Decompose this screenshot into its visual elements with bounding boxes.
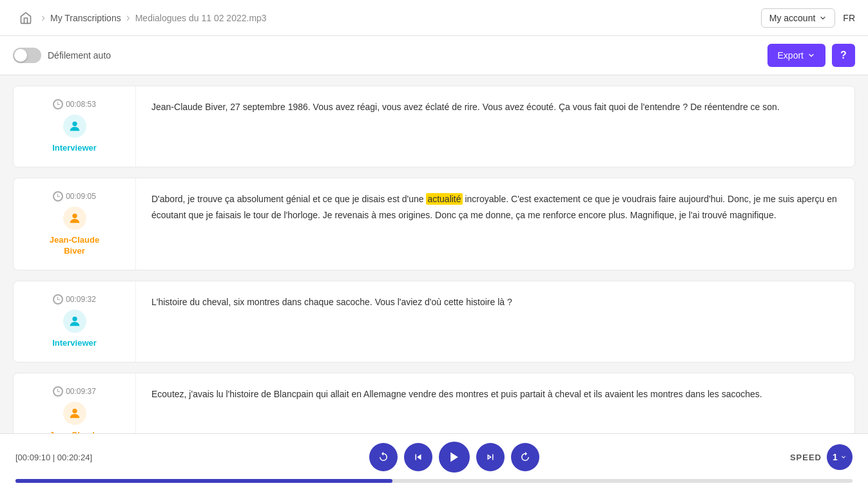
export-label: Export <box>778 50 804 61</box>
highlight-word: actualité <box>426 193 462 205</box>
timestamp: 00:09:32 <box>53 294 96 305</box>
language-button[interactable]: FR <box>843 13 855 23</box>
transcript-text: D'abord, je trouve ça absolument génial … <box>136 178 854 270</box>
transcript-block: 00:08:53 Interviewer Jean-Claude Biver, … <box>13 86 855 167</box>
speaker-panel: 00:09:32 Interviewer <box>14 281 136 362</box>
restart-button[interactable] <box>369 443 398 471</box>
auto-scroll-toggle-wrap: Défilement auto <box>13 48 111 63</box>
account-label: My account <box>769 13 816 23</box>
player-controls <box>129 442 780 473</box>
player-inner: [00:09:10 | 00:20:24] <box>15 442 853 473</box>
clock-icon <box>53 294 63 305</box>
transcript-main: 00:08:53 Interviewer Jean-Claude Biver, … <box>0 75 868 488</box>
progress-bar-wrap[interactable] <box>15 479 853 483</box>
avatar <box>63 207 86 230</box>
clock-icon <box>53 191 63 202</box>
transcript-text: L'histoire du cheval, six montres dans c… <box>136 281 854 362</box>
player-time: [00:09:10 | 00:20:24] <box>15 453 119 462</box>
timestamp: 00:09:05 <box>53 191 96 202</box>
avatar <box>63 115 86 138</box>
clock-icon <box>53 99 63 109</box>
clock-icon <box>53 386 63 397</box>
toolbar: Défilement auto Export ? <box>0 36 868 75</box>
help-button[interactable]: ? <box>832 44 855 67</box>
auto-scroll-label: Défilement auto <box>48 50 111 61</box>
speed-wrap: SPEED 1 <box>790 444 853 470</box>
timestamp-value: 00:09:05 <box>66 192 96 201</box>
speed-label: SPEED <box>790 453 822 462</box>
play-button[interactable] <box>439 442 470 473</box>
header-right: My account FR <box>761 8 855 28</box>
transcript-text: Jean-Claude Biver, 27 septembre 1986. Vo… <box>136 86 854 167</box>
breadcrumb-my-transcriptions[interactable]: My Transcriptions <box>48 13 124 23</box>
breadcrumb-file: Medialogues du 11 02 2022.mp3 <box>133 13 269 23</box>
svg-point-1 <box>72 214 77 218</box>
breadcrumb-sep-1: › <box>41 11 45 24</box>
svg-marker-5 <box>450 453 458 462</box>
transcript-block: 00:09:32 Interviewer L'histoire du cheva… <box>13 281 855 362</box>
progress-bar-fill <box>15 479 392 483</box>
toggle-knob <box>14 49 27 62</box>
player-bar: [00:09:10 | 00:20:24] <box>0 433 868 488</box>
svg-point-3 <box>72 408 77 413</box>
forward-button[interactable] <box>476 443 505 471</box>
speed-button[interactable]: 1 <box>827 444 853 470</box>
timestamp: 00:09:37 <box>53 386 96 397</box>
export-button[interactable]: Export <box>767 44 825 67</box>
header: › My Transcriptions › Medialogues du 11 … <box>0 0 868 36</box>
home-button[interactable] <box>13 5 39 31</box>
avatar <box>63 310 86 333</box>
rewind-button[interactable] <box>404 443 432 471</box>
speaker-name: Jean-ClaudeBiver <box>50 235 99 257</box>
timestamp: 00:08:53 <box>53 99 96 109</box>
speaker-name: Interviewer <box>52 338 97 349</box>
timestamp-value: 00:08:53 <box>66 100 96 109</box>
timestamp-value: 00:09:32 <box>66 295 96 304</box>
avatar <box>63 402 86 425</box>
transcript-block: 00:09:05 Jean-ClaudeBiver D'abord, je tr… <box>13 178 855 270</box>
speaker-name: Interviewer <box>52 143 97 154</box>
speaker-panel: 00:08:53 Interviewer <box>14 86 136 167</box>
account-button[interactable]: My account <box>761 8 836 28</box>
timestamp-value: 00:09:37 <box>66 387 96 396</box>
svg-point-0 <box>72 122 77 126</box>
speed-value: 1 <box>833 452 838 462</box>
breadcrumb-sep-2: › <box>126 11 130 24</box>
svg-point-2 <box>72 316 77 321</box>
speaker-panel: 00:09:05 Jean-ClaudeBiver <box>14 178 136 270</box>
toolbar-right: Export ? <box>767 44 855 67</box>
auto-scroll-toggle[interactable] <box>13 48 41 63</box>
replay-button[interactable] <box>511 443 539 471</box>
